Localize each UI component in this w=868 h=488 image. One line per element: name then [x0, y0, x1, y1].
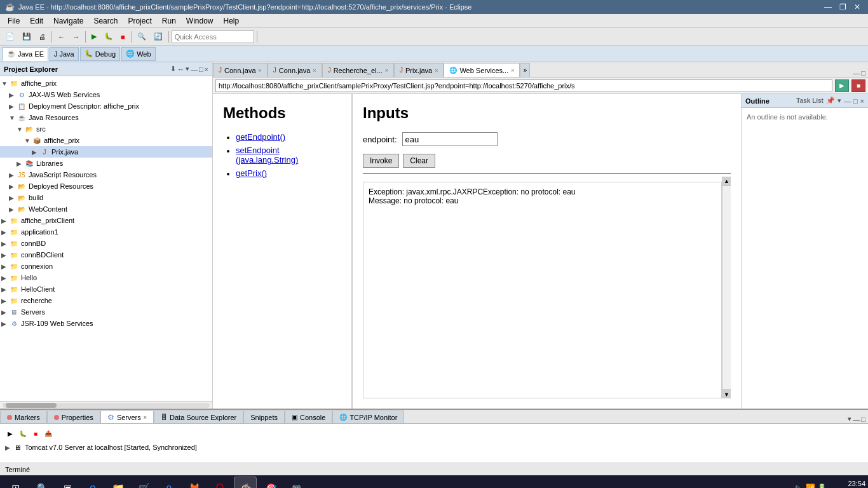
toolbar-back[interactable]: ← — [55, 30, 68, 44]
tree-item-jsr109[interactable]: ▶ ⚙ JSR-109 Web Services — [0, 318, 212, 329]
taskbar-app2[interactable]: 🎮 — [285, 477, 308, 488]
tree-item-helloclient[interactable]: ▶ 📁 HelloClient — [0, 283, 212, 295]
bottom-tab-markers[interactable]: Markers — [0, 410, 47, 423]
toolbar-new[interactable]: 📄 — [3, 30, 18, 44]
menu-edit[interactable]: Edit — [25, 15, 48, 27]
taskbar-store[interactable]: 🛒 — [132, 477, 155, 488]
taskbar-opera[interactable]: O — [208, 477, 231, 488]
outline-pin-btn[interactable]: 📌 — [826, 97, 835, 105]
scroll-up-btn[interactable]: ▲ — [722, 177, 731, 186]
perspective-web[interactable]: 🌐 Web — [121, 47, 155, 61]
menu-help[interactable]: Help — [219, 15, 245, 27]
tab-close-conn2[interactable]: × — [313, 67, 316, 74]
explorer-menu-btn[interactable]: ▾ — [186, 65, 189, 73]
tree-item-recherche[interactable]: ▶ 📁 recherche — [0, 295, 212, 306]
tab-prix[interactable]: J Prix.java × — [394, 63, 444, 77]
bottom-menu-btn[interactable]: ▾ — [848, 415, 851, 423]
menu-navigate[interactable]: Navigate — [48, 15, 88, 27]
tree-item-jaxws[interactable]: ▶ ⚙ JAX-WS Web Services — [0, 89, 212, 100]
tree-item-connbd[interactable]: ▶ 📁 connBD — [0, 238, 212, 249]
toolbar-save[interactable]: 💾 — [19, 30, 34, 44]
toolbar-refresh[interactable]: 🔄 — [151, 30, 166, 44]
tree-item-affiche-prix[interactable]: ▼ 📁 affiche_prix — [0, 78, 212, 89]
task-view-button[interactable]: ▣ — [56, 477, 79, 488]
tree-item-affiche-prixclient[interactable]: ▶ 📁 affiche_prixClient — [0, 215, 212, 226]
perspective-javaee[interactable]: ☕ Java EE — [3, 47, 48, 61]
bottom-minimize-btn[interactable]: — — [853, 416, 860, 423]
perspective-debug[interactable]: 🐛 Debug — [80, 47, 120, 61]
tree-item-pkg-affiche[interactable]: ▼ 📦 affiche_prix — [0, 135, 212, 146]
tree-item-prix-java[interactable]: ▶ J Prix.java — [0, 146, 212, 158]
go-button[interactable]: ▶ — [835, 79, 849, 92]
bottom-tab-snippets[interactable]: Snippets — [243, 410, 285, 423]
outline-menu-btn[interactable]: ▾ — [837, 97, 841, 105]
bottom-tab-console[interactable]: ▣ Console — [285, 410, 332, 423]
toolbar-stop[interactable]: ■ — [118, 30, 128, 44]
toolbar-forward[interactable]: → — [69, 30, 83, 44]
tab-conn2[interactable]: J Conn.java × — [268, 63, 322, 77]
outline-minimize-btn[interactable]: — — [844, 97, 851, 105]
outline-maximize-btn[interactable]: □ — [853, 97, 858, 105]
clear-button[interactable]: Clear — [403, 154, 435, 168]
taskbar-firefox[interactable]: 🦊 — [183, 477, 206, 488]
tree-item-webcontent[interactable]: ▶ 📂 WebContent — [0, 203, 212, 215]
close-panel-btn[interactable]: × — [205, 65, 208, 73]
tree-item-deployed[interactable]: ▶ 📂 Deployed Resources — [0, 180, 212, 192]
bottom-tab-tcpip[interactable]: 🌐 TCP/IP Monitor — [332, 410, 404, 423]
bottom-maximize-btn[interactable]: □ — [861, 416, 865, 423]
taskbar-eclipse[interactable]: ☕ — [234, 477, 257, 488]
stop-button[interactable]: ■ — [851, 79, 865, 92]
taskbar-explorer[interactable]: 📁 — [107, 477, 130, 488]
tab-close-conn1[interactable]: × — [259, 67, 262, 74]
taskbar-app1[interactable]: 🎯 — [259, 477, 282, 488]
maximize-panel-btn[interactable]: □ — [199, 65, 203, 73]
url-input[interactable] — [215, 79, 832, 92]
tab-close-recherche[interactable]: × — [385, 67, 388, 74]
tab-overflow-btn[interactable]: » — [520, 63, 530, 77]
tree-item-connexion[interactable]: ▶ 📁 connexion — [0, 261, 212, 272]
quick-access-input[interactable] — [172, 30, 254, 43]
search-button[interactable]: 🔍 — [31, 477, 53, 488]
tree-item-build[interactable]: ▶ 📂 build — [0, 192, 212, 203]
toolbar-run[interactable]: ▶ — [88, 30, 100, 44]
tree-item-deployment[interactable]: ▶ 📋 Deployment Descriptor: affiche_prix — [0, 100, 212, 112]
toolbar-debug[interactable]: 🐛 — [101, 30, 116, 44]
bottom-tab-datasource[interactable]: 🗄 Data Source Explorer — [154, 410, 243, 423]
menu-window[interactable]: Window — [181, 15, 219, 27]
collapse-all-btn[interactable]: ⬇ — [170, 65, 176, 73]
editor-minimize-btn[interactable]: — — [853, 69, 860, 77]
menu-project[interactable]: Project — [123, 15, 156, 27]
publish-server-btn[interactable]: 📤 — [43, 428, 53, 438]
minimize-panel-btn[interactable]: — — [191, 65, 198, 73]
taskbar-edge[interactable]: e — [158, 477, 180, 488]
toolbar-search[interactable]: 🔍 — [134, 30, 149, 44]
tree-item-libraries[interactable]: ▶ 📚 Libraries — [0, 158, 212, 169]
link-editor-btn[interactable]: ↔ — [177, 65, 184, 73]
toolbar-print[interactable]: 🖨 — [36, 30, 49, 44]
method-link-setendpoint[interactable]: setEndpoint(java.lang.String) — [236, 146, 298, 165]
start-button[interactable]: ⊞ — [3, 477, 28, 488]
method-link-getprix[interactable]: getPrix() — [236, 168, 267, 178]
bottom-tab-properties[interactable]: Properties — [47, 410, 100, 423]
close-button[interactable]: ✕ — [851, 3, 863, 11]
tree-item-jsresources[interactable]: ▶ JS JavaScript Resources — [0, 169, 212, 180]
menu-run[interactable]: Run — [157, 15, 181, 27]
editor-maximize-btn[interactable]: □ — [861, 69, 865, 77]
scrollbar-thumb[interactable] — [6, 403, 57, 408]
outline-close-btn[interactable]: × — [860, 97, 864, 105]
tree-item-connbdclient[interactable]: ▶ 📁 connBDClient — [0, 249, 212, 261]
horizontal-scrollbar[interactable] — [0, 401, 212, 409]
maximize-button[interactable]: ❐ — [837, 3, 849, 11]
stop-server-btn[interactable]: ■ — [31, 428, 41, 438]
tree-item-src[interactable]: ▼ 📂 src — [0, 123, 212, 135]
result-scrollbar[interactable]: ▲ ▼ — [722, 177, 731, 398]
debug-server-btn[interactable]: 🐛 — [18, 428, 28, 438]
server-row-tomcat[interactable]: ▶ 🖥 Tomcat v7.0 Server at localhost [Sta… — [5, 440, 863, 454]
tree-item-hello[interactable]: ▶ 📁 Hello — [0, 272, 212, 283]
endpoint-input[interactable] — [402, 132, 498, 146]
menu-search[interactable]: Search — [88, 15, 123, 27]
tree-item-servers[interactable]: ▶ 🖥 Servers — [0, 306, 212, 318]
tab-webservices[interactable]: 🌐 Web Services... × — [444, 63, 520, 77]
method-link-getendpoint[interactable]: getEndpoint() — [236, 132, 285, 142]
start-server-btn[interactable]: ▶ — [5, 428, 15, 438]
